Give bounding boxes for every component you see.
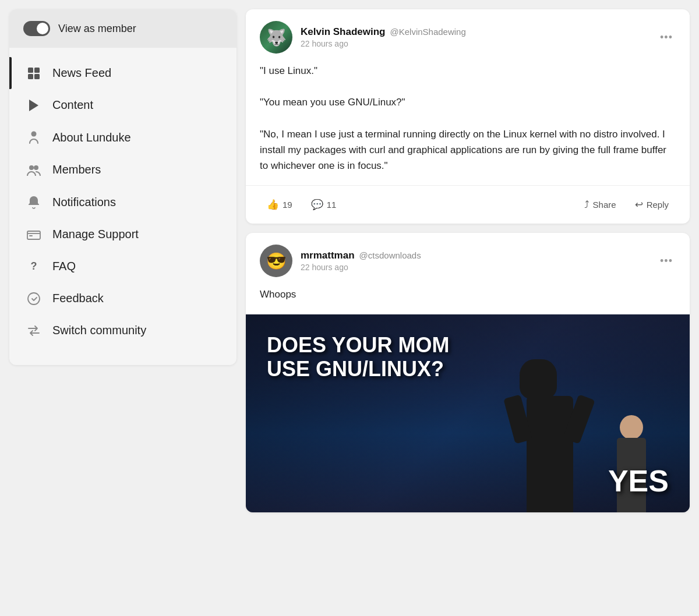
sidebar-icon-notifications bbox=[26, 195, 42, 209]
post-header-1: 🐺 Kelvin Shadewing @KelvinShadewing 22 h… bbox=[246, 9, 690, 63]
svg-rect-2 bbox=[28, 74, 33, 79]
sidebar-icon-about bbox=[26, 130, 42, 144]
sidebar-item-switch-community[interactable]: Switch community bbox=[9, 314, 236, 346]
sidebar-item-label-manage-support: Manage Support bbox=[52, 228, 139, 241]
sidebar-item-news-feed[interactable]: News Feed bbox=[9, 57, 236, 89]
sidebar-header: View as member bbox=[9, 9, 236, 48]
post-menu-button-2[interactable]: ••• bbox=[657, 252, 676, 270]
sidebar: View as member News FeedContentAbout Lun… bbox=[9, 9, 236, 365]
sidebar-item-members[interactable]: Members bbox=[9, 154, 236, 186]
sidebar-nav: News FeedContentAbout LundukeMembersNoti… bbox=[9, 52, 236, 351]
sidebar-item-about[interactable]: About Lunduke bbox=[9, 121, 236, 154]
comment-icon-1: 💬 bbox=[311, 199, 323, 211]
like-count-1: 19 bbox=[283, 200, 292, 210]
avatar-kelvin: 🐺 bbox=[260, 21, 292, 54]
avatar-mrmattman: 😎 bbox=[260, 245, 292, 277]
svg-point-6 bbox=[29, 165, 34, 170]
sidebar-item-manage-support[interactable]: Manage Support bbox=[9, 218, 236, 250]
svg-rect-9 bbox=[29, 235, 33, 236]
sidebar-icon-members bbox=[26, 164, 42, 176]
post-time-2: 22 hours ago bbox=[301, 263, 649, 272]
svg-point-5 bbox=[31, 132, 37, 137]
sidebar-item-label-feedback: Feedback bbox=[52, 292, 104, 305]
main-content: 🐺 Kelvin Shadewing @KelvinShadewing 22 h… bbox=[246, 0, 699, 616]
sidebar-icon-feedback bbox=[26, 292, 42, 305]
reply-label-1: Reply bbox=[647, 200, 669, 210]
share-label-1: Share bbox=[593, 200, 616, 210]
post-meta-2: mrmattman @ctsdownloads 22 hours ago bbox=[301, 250, 649, 272]
post-header-2: 😎 mrmattman @ctsdownloads 22 hours ago •… bbox=[246, 233, 690, 286]
sidebar-icon-switch-community bbox=[26, 325, 42, 336]
sidebar-item-content[interactable]: Content bbox=[9, 89, 236, 121]
sidebar-item-feedback[interactable]: Feedback bbox=[9, 282, 236, 314]
reply-icon-1: ↩ bbox=[635, 199, 643, 211]
sidebar-icon-content bbox=[26, 99, 42, 112]
post-time-1: 22 hours ago bbox=[301, 39, 649, 48]
post-meta-1: Kelvin Shadewing @KelvinShadewing 22 hou… bbox=[301, 26, 649, 48]
share-icon-1: ⤴ bbox=[584, 199, 589, 211]
sidebar-item-label-faq: FAQ bbox=[52, 260, 76, 273]
post-author-handle-2: @ctsdownloads bbox=[359, 250, 421, 260]
sidebar-header-label: View as member bbox=[58, 23, 136, 35]
post-author-name-2: mrmattman bbox=[301, 250, 355, 261]
sidebar-icon-news-feed bbox=[26, 67, 42, 80]
sidebar-item-label-news-feed: News Feed bbox=[52, 66, 111, 80]
reply-button-1[interactable]: ↩ Reply bbox=[628, 194, 676, 215]
post-body-2: Whoops bbox=[246, 286, 690, 314]
like-button-1[interactable]: 👍 19 bbox=[260, 194, 299, 215]
meme-bottom-text: YES bbox=[608, 463, 669, 498]
svg-rect-0 bbox=[28, 68, 33, 73]
post-author-name-1: Kelvin Shadewing bbox=[301, 26, 385, 38]
svg-rect-1 bbox=[34, 68, 40, 73]
post-body-1: "I use Linux." "You mean you use GNU/Lin… bbox=[246, 63, 690, 185]
share-button-1[interactable]: ⤴ Share bbox=[577, 194, 623, 215]
comment-button-1[interactable]: 💬 11 bbox=[304, 194, 344, 215]
sidebar-item-label-notifications: Notifications bbox=[52, 196, 116, 209]
like-icon-1: 👍 bbox=[267, 199, 279, 211]
post-author-handle-1: @KelvinShadewing bbox=[390, 27, 465, 37]
sidebar-item-label-content: Content bbox=[52, 98, 93, 112]
svg-rect-3 bbox=[34, 74, 40, 79]
svg-point-7 bbox=[34, 165, 38, 170]
sidebar-item-faq[interactable]: ?FAQ bbox=[9, 250, 236, 282]
post-actions-1: 👍 19 💬 11 ⤴ Share ↩ Reply bbox=[246, 185, 690, 224]
sidebar-item-label-about: About Lunduke bbox=[52, 131, 131, 144]
sidebar-item-label-switch-community: Switch community bbox=[52, 324, 146, 337]
sidebar-icon-manage-support bbox=[26, 229, 42, 240]
sidebar-icon-faq: ? bbox=[26, 260, 42, 272]
comment-count-1: 11 bbox=[327, 200, 337, 210]
sidebar-item-notifications[interactable]: Notifications bbox=[9, 186, 236, 218]
meme-figure-terminator bbox=[515, 361, 585, 512]
meme-top-text: DOES YOUR MOM USE GNU/LINUX? bbox=[267, 333, 449, 381]
post-author-line-1: Kelvin Shadewing @KelvinShadewing bbox=[301, 26, 649, 38]
sidebar-item-label-members: Members bbox=[52, 163, 101, 176]
svg-rect-8 bbox=[27, 231, 40, 239]
svg-point-10 bbox=[28, 293, 40, 305]
post-card-2: 😎 mrmattman @ctsdownloads 22 hours ago •… bbox=[246, 233, 690, 512]
post-author-line-2: mrmattman @ctsdownloads bbox=[301, 250, 649, 261]
post-menu-button-1[interactable]: ••• bbox=[657, 28, 676, 47]
view-as-member-toggle[interactable] bbox=[23, 21, 50, 36]
meme-image: DOES YOUR MOM USE GNU/LINUX? YES bbox=[246, 314, 690, 512]
post-card-1: 🐺 Kelvin Shadewing @KelvinShadewing 22 h… bbox=[246, 9, 690, 224]
svg-marker-4 bbox=[29, 100, 38, 111]
